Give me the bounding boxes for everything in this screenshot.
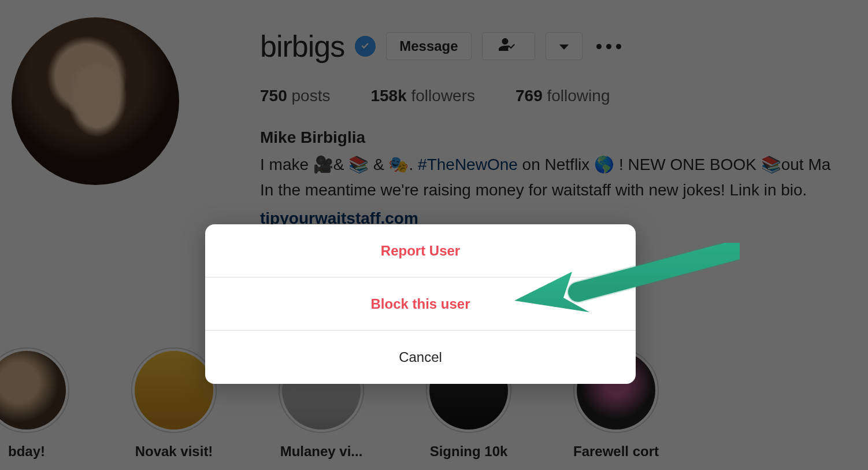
cancel-option[interactable]: Cancel <box>205 331 636 384</box>
options-modal: Report User Block this user Cancel <box>205 224 636 384</box>
block-user-option[interactable]: Block this user <box>205 277 636 331</box>
report-user-option[interactable]: Report User <box>205 224 636 277</box>
